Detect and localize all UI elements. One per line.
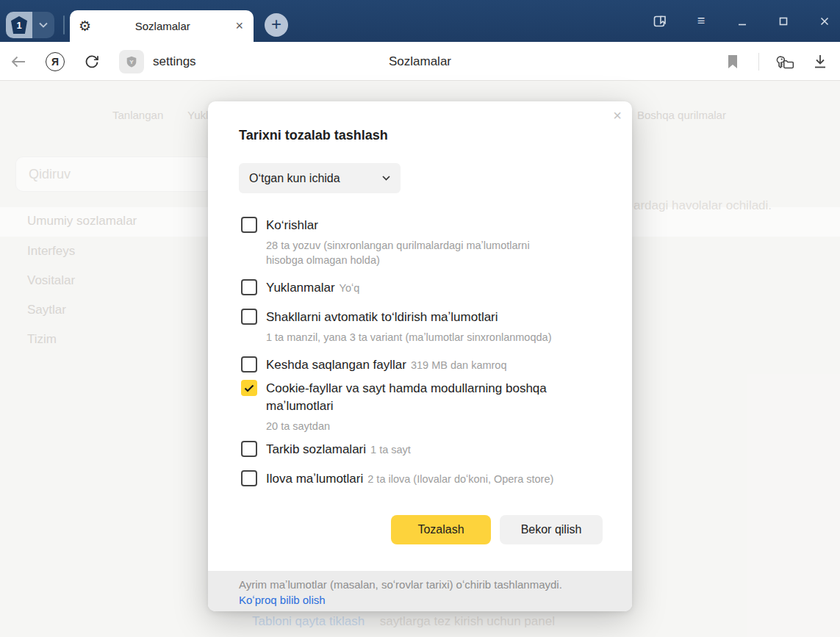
tab-counter-badge: 1: [11, 16, 27, 34]
option-note: 2 ta ilova (Ilovalar doʻkoni, Opera stor…: [367, 473, 553, 485]
yandex-home-button[interactable]: Я: [37, 52, 73, 71]
back-button[interactable]: [0, 55, 37, 68]
clear-button[interactable]: Tozalash: [391, 515, 491, 544]
panel-bookmark-icon: [653, 14, 667, 29]
option-label: Ilova maʼlumotlari: [266, 472, 363, 486]
chevron-down-icon: [39, 22, 48, 28]
option-note: 319 MB dan kamroq: [411, 359, 507, 371]
refresh-icon: [84, 54, 100, 70]
side-panel-button[interactable]: [652, 13, 668, 29]
svg-text:Y: Y: [129, 59, 134, 65]
cancel-button[interactable]: Bekor qilish: [500, 515, 603, 544]
option-row-yuklanmalar[interactable]: YuklanmalarYoʻq: [241, 279, 603, 297]
checkbox-tarkib[interactable]: [241, 441, 257, 457]
back-arrow-icon: [10, 55, 26, 68]
option-label: Keshda saqlangan fayllar: [266, 358, 406, 372]
gear-icon: ⚙: [79, 19, 91, 33]
option-row-cookie[interactable]: Cookie-fayllar va sayt hamda modullarnin…: [241, 380, 603, 433]
tabstrip-divider: [63, 15, 65, 35]
minimize-button[interactable]: [734, 13, 750, 29]
minimize-icon: [737, 16, 747, 26]
option-row-kesh[interactable]: Keshda saqlangan fayllar319 MB dan kamro…: [241, 356, 603, 374]
tab-group-control[interactable]: 1: [6, 12, 65, 38]
time-range-select[interactable]: Oʻtgan kun ichida: [239, 163, 401, 193]
checkbox-shakllar[interactable]: [241, 309, 257, 325]
addressbar-divider: [758, 53, 759, 71]
learn-more-link[interactable]: Koʻproq bilib olish: [239, 592, 601, 608]
bookmark-icon: [727, 54, 739, 69]
site-shield-icon: Y: [125, 55, 138, 68]
dialog-footer: Ayrim maʼlumotlar (masalan, soʻrovlar ta…: [208, 571, 632, 611]
close-icon: [819, 16, 830, 26]
browser-tab-settings[interactable]: ⚙ Sozlamalar ×: [70, 10, 254, 42]
yandex-logo-icon: Я: [46, 52, 65, 71]
option-row-ilova[interactable]: Ilova maʼlumotlari2 ta ilova (Ilovalar d…: [241, 470, 603, 488]
collections-icon: [775, 53, 794, 71]
dialog-close-icon[interactable]: ×: [613, 107, 622, 124]
option-row-korishlar[interactable]: Koʻrishlar 28 ta yozuv (sinxronlangan qu…: [241, 217, 603, 267]
new-tab-button[interactable]: +: [265, 13, 288, 37]
url-input[interactable]: settings: [153, 54, 196, 69]
option-note: Yoʻq: [340, 282, 360, 294]
option-label: Tarkib sozlamalari: [266, 442, 366, 456]
checkbox-cookie[interactable]: [241, 380, 257, 396]
refresh-button[interactable]: [73, 54, 110, 70]
option-label: Shakllarni avtomatik toʻldirish maʼlumot…: [266, 309, 551, 326]
time-range-value: Oʻtgan kun ichida: [249, 172, 340, 185]
maximize-button[interactable]: [775, 13, 791, 29]
tab-counter-button[interactable]: 1: [6, 12, 32, 38]
bookmark-button[interactable]: [723, 54, 742, 69]
collections-button[interactable]: [775, 53, 794, 71]
clear-options-list: Koʻrishlar 28 ta yozuv (sinxronlangan qu…: [241, 217, 603, 500]
option-subtext: 1 ta manzil, yana 3 ta variant (maʼlumot…: [266, 330, 551, 345]
dialog-title: Tarixni tozalab tashlash: [239, 128, 388, 143]
clear-history-dialog: × Tarixni tozalab tashlash Oʻtgan kun ic…: [208, 101, 632, 611]
downloads-button[interactable]: [811, 54, 830, 70]
close-window-button[interactable]: [816, 13, 833, 29]
option-note: 1 ta sayt: [370, 444, 411, 456]
checkbox-korishlar[interactable]: [241, 217, 257, 233]
option-row-shakllar[interactable]: Shakllarni avtomatik toʻldirish maʼlumot…: [241, 309, 603, 345]
tab-group-chevron-button[interactable]: [32, 12, 54, 38]
address-bar: Я Y settings Sozlamalar: [0, 42, 840, 81]
option-row-tarkib[interactable]: Tarkib sozlamalari1 ta sayt: [241, 441, 603, 458]
option-label: Yuklanmalar: [266, 281, 335, 295]
download-icon: [813, 54, 828, 70]
browser-menu-button[interactable]: ≡: [693, 13, 709, 29]
footer-note: Ayrim maʼlumotlar (masalan, soʻrovlar ta…: [239, 577, 601, 592]
chevron-down-icon: [382, 176, 390, 181]
tab-title: Sozlamalar: [91, 20, 234, 32]
option-label: Cookie-fayllar va sayt hamda modullarnin…: [266, 380, 589, 415]
window-titlebar: 1 ⚙ Sozlamalar × + ≡: [0, 0, 840, 42]
maximize-icon: [778, 16, 789, 26]
site-identity-badge[interactable]: Y: [119, 50, 144, 73]
checkbox-kesh[interactable]: [241, 356, 257, 373]
option-subtext: 20 ta saytdan: [266, 419, 589, 433]
option-label: Koʻrishlar: [266, 217, 560, 234]
check-icon: [244, 384, 254, 392]
option-subtext: 28 ta yozuv (sinxronlangan qurilmalardag…: [266, 238, 560, 267]
checkbox-yuklanmalar[interactable]: [241, 279, 257, 295]
checkbox-ilova[interactable]: [241, 470, 257, 486]
tab-close-icon[interactable]: ×: [234, 18, 245, 34]
